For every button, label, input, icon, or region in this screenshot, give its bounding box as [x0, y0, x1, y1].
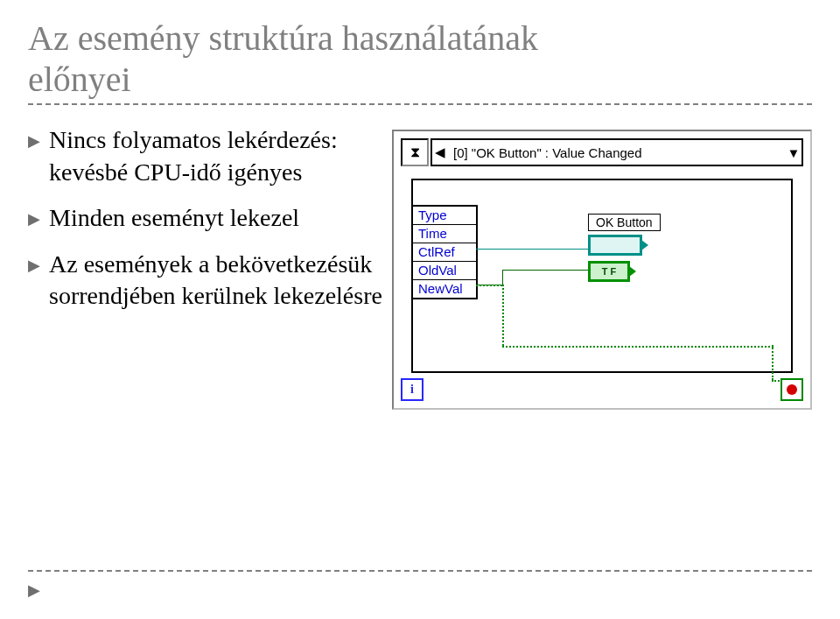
event-data-type: Type: [413, 207, 476, 224]
title-separator: [28, 103, 812, 105]
bullet-item: ▶ Nincs folyamatos lekérdezés: kevésbé C…: [28, 124, 383, 188]
bullet-list: ▶ Nincs folyamatos lekérdezés: kevésbé C…: [28, 124, 392, 326]
footer-arrow-icon: ▶: [28, 580, 40, 600]
bullet-text: Nincs folyamatos lekérdezés: kevésbé CPU…: [49, 124, 383, 188]
bullet-text: Az események a bekövetkezésük sorrendjéb…: [49, 249, 383, 313]
case-prev-arrow[interactable]: ◀: [432, 144, 448, 160]
hourglass-icon: [410, 144, 420, 160]
page-title: Az esemény struktúra használatának előny…: [28, 18, 812, 100]
wire-dashed: [502, 346, 774, 348]
title-line-2: előnyei: [28, 60, 131, 99]
case-dropdown-arrow[interactable]: ▼: [786, 145, 802, 160]
content-row: ▶ Nincs folyamatos lekérdezés: kevésbé C…: [28, 124, 812, 410]
wire-dashed: [476, 285, 502, 286]
control-reference-terminal: [588, 235, 642, 256]
bullet-text: Minden eseményt lekezel: [49, 202, 383, 234]
loop-i-label: i: [410, 383, 414, 397]
bullet-arrow-icon: ▶: [28, 131, 40, 151]
event-case-label: [0] "OK Button" : Value Changed: [448, 145, 786, 160]
event-structure-body: Type Time CtlRef OldVal NewVal OK Button…: [411, 179, 793, 373]
loop-iteration-terminal: i: [401, 378, 424, 401]
labview-diagram: ◀ [0] "OK Button" : Value Changed ▼ Type…: [392, 130, 812, 410]
wire-dashed: [772, 345, 774, 380]
ok-button-indicator-label: OK Button: [588, 214, 661, 231]
title-line-1: Az esemény struktúra használatának: [28, 18, 538, 58]
bullet-arrow-icon: ▶: [28, 256, 40, 276]
event-data-time: Time: [413, 224, 476, 243]
footer-separator: [28, 570, 812, 572]
boolean-indicator-terminal: T F: [588, 261, 630, 282]
boolean-tf-text: T F: [602, 266, 617, 277]
event-data-newval: NewVal: [413, 279, 476, 298]
wire: [502, 270, 588, 271]
event-data-node: Type Time CtlRef OldVal NewVal: [411, 205, 478, 299]
wire-dashed: [502, 285, 504, 346]
loop-stop-terminal: [780, 378, 803, 401]
wire: [476, 249, 588, 250]
event-data-oldval: OldVal: [413, 261, 476, 279]
wire: [502, 270, 503, 285]
bullet-item: ▶ Minden eseményt lekezel: [28, 202, 383, 234]
while-loop: ◀ [0] "OK Button" : Value Changed ▼ Type…: [392, 130, 812, 410]
stop-icon: [787, 384, 797, 395]
event-case-selector: ◀ [0] "OK Button" : Value Changed ▼: [430, 138, 803, 166]
event-data-ctlref: CtlRef: [413, 243, 476, 261]
slide: Az esemény struktúra használatának előny…: [0, 0, 840, 619]
bullet-arrow-icon: ▶: [28, 209, 40, 229]
bullet-item: ▶ Az események a bekövetkezésük sorrendj…: [28, 249, 383, 313]
event-timeout-terminal: [401, 138, 429, 166]
